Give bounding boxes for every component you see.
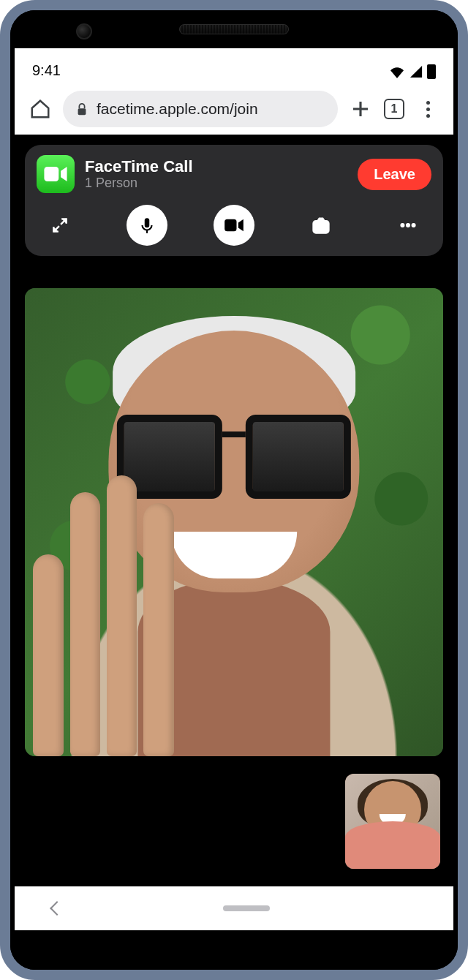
lock-icon bbox=[76, 102, 88, 116]
battery-icon bbox=[427, 64, 436, 79]
call-area: FaceTime Call 1 Person Leave bbox=[15, 135, 453, 886]
self-view-tile[interactable] bbox=[345, 774, 440, 869]
tab-switcher-button[interactable]: 1 bbox=[383, 98, 405, 120]
phone-hardware-top bbox=[10, 10, 458, 48]
mute-button[interactable] bbox=[127, 205, 167, 246]
cell-signal-icon bbox=[410, 65, 423, 78]
facetime-app-icon bbox=[37, 155, 75, 193]
svg-rect-3 bbox=[44, 167, 58, 181]
camera-toggle-button[interactable] bbox=[214, 205, 254, 246]
svg-rect-4 bbox=[145, 218, 150, 227]
url-bar[interactable]: facetime.apple.com/join bbox=[63, 91, 338, 127]
status-bar: 9:41 bbox=[15, 48, 453, 83]
overflow-menu-button[interactable] bbox=[417, 98, 439, 120]
status-time: 9:41 bbox=[32, 62, 61, 79]
home-button[interactable] bbox=[29, 98, 51, 120]
call-title-block: FaceTime Call 1 Person bbox=[85, 157, 347, 191]
screen: 9:41 facetime.apple.com/join bbox=[15, 48, 453, 930]
svg-rect-6 bbox=[224, 219, 236, 231]
home-gesture-pill[interactable] bbox=[223, 905, 270, 911]
front-camera bbox=[76, 23, 92, 39]
svg-point-10 bbox=[412, 224, 415, 227]
new-tab-button[interactable] bbox=[350, 98, 371, 120]
back-button[interactable] bbox=[50, 901, 64, 916]
wifi-icon bbox=[389, 65, 405, 78]
svg-rect-0 bbox=[78, 108, 86, 115]
flip-camera-button[interactable] bbox=[301, 205, 341, 246]
call-controls-panel: FaceTime Call 1 Person Leave bbox=[25, 145, 443, 256]
tab-count: 1 bbox=[391, 102, 398, 116]
more-button[interactable] bbox=[388, 205, 429, 246]
remote-video-tile[interactable] bbox=[25, 288, 443, 756]
browser-bar: facetime.apple.com/join 1 bbox=[15, 83, 453, 135]
speaker-grill bbox=[179, 24, 289, 34]
url-text: facetime.apple.com/join bbox=[97, 100, 258, 118]
leave-button[interactable]: Leave bbox=[358, 159, 431, 190]
android-nav-bar bbox=[15, 886, 453, 930]
status-icons bbox=[389, 64, 436, 79]
svg-point-8 bbox=[401, 224, 404, 227]
expand-button[interactable] bbox=[39, 205, 80, 246]
svg-point-9 bbox=[407, 224, 410, 227]
call-title: FaceTime Call bbox=[85, 157, 347, 176]
phone-frame: 9:41 facetime.apple.com/join bbox=[0, 0, 468, 980]
phone-hardware-bottom bbox=[10, 930, 458, 970]
call-subtitle: 1 Person bbox=[85, 176, 347, 191]
